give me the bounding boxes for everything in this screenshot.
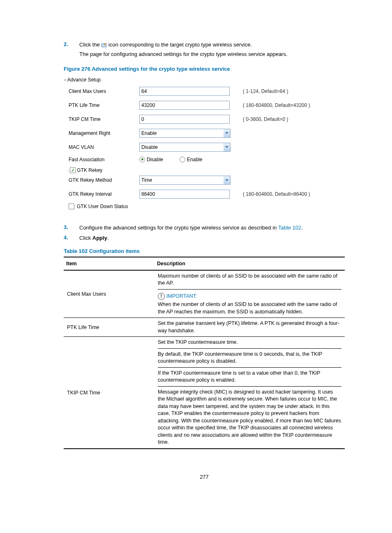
step-3: 3. Configure the advanced settings for t… <box>64 224 345 232</box>
gtk-interval-hint: ( 180-604800, Default=86400 ) <box>243 191 310 197</box>
step-number: 2. <box>64 41 79 58</box>
description-text: Set the pairwise transient key (PTK) lif… <box>154 318 345 337</box>
step-text: . <box>301 225 303 231</box>
client-max-hint: ( 1-124, Default=64 ) <box>243 88 288 94</box>
table-102-link[interactable]: Table 102 <box>278 225 301 231</box>
tkip-cm-time-input[interactable] <box>139 115 230 124</box>
ptk-life-time-input[interactable] <box>139 101 230 110</box>
step-4: 4. Click Apply. <box>64 234 345 242</box>
advanced-setup-icon <box>101 42 107 48</box>
step-text: The page for configuring advanced settin… <box>79 51 345 58</box>
table-header-item: Item <box>64 257 154 270</box>
mac-vlan-select[interactable]: Disable <box>139 143 231 152</box>
tkip-hint: ( 0-3600, Default=0 ) <box>243 116 288 122</box>
select-value: Enable <box>141 130 157 136</box>
step-text: Click the <box>79 42 101 48</box>
figure-caption: Figure 276 Advanced settings for the cry… <box>64 66 345 72</box>
collapse-icon[interactable]: — <box>64 77 67 82</box>
select-value: Disable <box>141 144 158 150</box>
chevron-down-icon <box>224 129 230 137</box>
radio-label: Disable <box>147 157 163 162</box>
important-callout: ! IMPORTANT: <box>158 292 341 301</box>
advance-setup-form: — Advance Setup Client Max Users ( 1-124… <box>64 75 345 212</box>
ptk-life-time-label: PTK Life Time <box>64 102 134 108</box>
step-text: icon corresponding to the target crypto … <box>108 42 252 48</box>
step-text: . <box>107 235 109 241</box>
item-cell: TKIP CM Time <box>64 337 154 449</box>
important-label: IMPORTANT: <box>166 293 197 300</box>
client-max-users-input[interactable] <box>139 87 230 96</box>
ptk-hint: ( 180-604800, Default=43200 ) <box>243 102 310 108</box>
gtk-rekey-checkbox[interactable]: ✓ <box>70 167 76 173</box>
select-value: Time <box>141 177 152 183</box>
fast-association-disable-radio[interactable]: Disable <box>139 157 163 162</box>
table-row: TKIP CM Time Set the TKIP countermeasure… <box>64 337 345 449</box>
step-text: Configure the advanced settings for the … <box>79 225 278 231</box>
description-text: Set the TKIP countermeasure time. <box>158 337 341 349</box>
fast-association-enable-radio[interactable]: Enable <box>180 157 202 162</box>
section-title: Advance Setup <box>67 77 101 83</box>
apply-label: Apply <box>92 235 107 241</box>
item-cell: Client Max Users <box>64 270 154 318</box>
important-icon: ! <box>158 293 165 300</box>
description-text: Maximum number of clients of an SSID to … <box>158 271 341 290</box>
chevron-down-icon <box>224 176 230 184</box>
gtk-user-down-status-checkbox[interactable] <box>69 204 74 209</box>
table-header-description: Description <box>154 257 345 270</box>
description-text: By default, the TKIP countermeasure time… <box>158 349 341 368</box>
description-text: Message integrity check (MIC) is designe… <box>158 387 341 448</box>
table-caption: Table 102 Configuration items <box>64 248 345 254</box>
step-number: 3. <box>64 224 79 232</box>
radio-label: Enable <box>187 157 202 162</box>
page-number: 277 <box>64 474 345 480</box>
step-2: 2. Click the icon corresponding to the t… <box>64 41 345 58</box>
tkip-cm-time-label: TKIP CM Time <box>64 116 134 122</box>
chevron-down-icon <box>224 143 230 151</box>
management-right-select[interactable]: Enable <box>139 129 231 138</box>
gtk-rekey-interval-input[interactable] <box>139 190 230 199</box>
gtk-rekey-method-select[interactable]: Time <box>139 176 231 185</box>
gtk-rekey-interval-label: GTK Rekey Interval <box>64 191 134 197</box>
gtk-rekey-method-label: GTK Rekey Method <box>64 177 134 183</box>
table-row: Client Max Users Maximum number of clien… <box>64 270 345 318</box>
gtk-rekey-label: GTK Rekey <box>77 167 102 173</box>
gtk-user-down-status-label: GTK User Down Status <box>77 204 128 209</box>
step-content: Click the icon corresponding to the targ… <box>79 41 345 58</box>
gtk-rekey-fieldset: - ✓ GTK Rekey GTK Rekey Method Time GTK … <box>64 167 345 212</box>
management-right-label: Management Right <box>64 130 134 136</box>
fast-association-label: Fast Association <box>64 157 134 162</box>
table-row: PTK Life Time Set the pairwise transient… <box>64 318 345 337</box>
item-cell: PTK Life Time <box>64 318 154 337</box>
description-text: When the number of clients of an SSID to… <box>158 301 341 315</box>
step-content: Configure the advanced settings for the … <box>79 224 345 232</box>
description-text: If the TKIP countermeasure time is set t… <box>158 368 341 387</box>
client-max-users-label: Client Max Users <box>64 88 134 94</box>
step-text: Click <box>79 235 92 241</box>
configuration-items-table: Item Description Client Max Users Maximu… <box>64 257 345 449</box>
step-content: Click Apply. <box>79 234 345 242</box>
step-number: 4. <box>64 234 79 242</box>
mac-vlan-label: MAC VLAN <box>64 144 134 150</box>
advance-setup-header[interactable]: — Advance Setup <box>64 75 345 84</box>
